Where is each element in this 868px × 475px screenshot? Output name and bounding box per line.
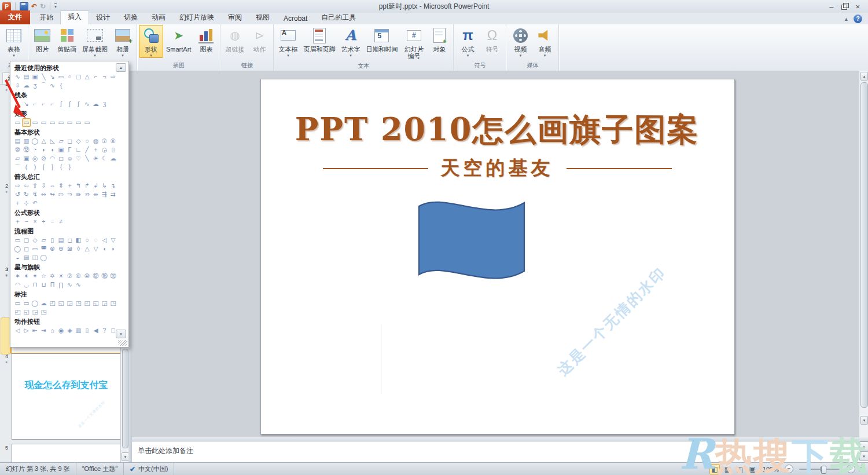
shape-cell[interactable]: ¬	[100, 72, 109, 81]
ribbon-button-equation[interactable]: π公式▾	[455, 25, 480, 58]
shape-cell[interactable]: ↰	[74, 181, 83, 190]
shape-cell[interactable]: ◖	[100, 244, 109, 253]
flag-wave-shape[interactable]	[417, 193, 527, 285]
slide-number-4[interactable]: 4✶	[0, 353, 8, 365]
tab-插入[interactable]: 插入	[60, 10, 89, 24]
shape-cell[interactable]: ▭	[13, 236, 22, 244]
shape-cell[interactable]: ▯	[83, 326, 91, 335]
shape-cell[interactable]: {	[57, 81, 65, 90]
shape-cell[interactable]: ◔	[31, 145, 39, 154]
normal-view-icon[interactable]: ◧	[709, 464, 719, 474]
shape-cell[interactable]: ♡	[74, 154, 83, 163]
shape-cell[interactable]: ⇴	[91, 190, 100, 199]
ribbon-button-wordart[interactable]: A艺术字▾	[338, 25, 363, 58]
canvas-scroll-down-icon[interactable]: ▼	[860, 416, 868, 425]
shape-cell[interactable]: ⑧	[74, 272, 83, 280]
shape-cell[interactable]: ◯	[31, 137, 39, 145]
shape-cell[interactable]: ≠	[57, 217, 65, 226]
shape-cell[interactable]: △	[83, 244, 91, 253]
shape-cell[interactable]: ◧	[74, 236, 83, 244]
shape-cell[interactable]: ∏	[57, 280, 65, 289]
shape-cell[interactable]: ⌐	[91, 72, 100, 81]
shape-cell[interactable]: ×	[31, 217, 39, 226]
tab-自己的工具[interactable]: 自己的工具	[314, 12, 363, 24]
shape-cell[interactable]: ⑧	[109, 137, 117, 145]
shape-cell[interactable]: ▤	[13, 137, 22, 145]
shape-cell[interactable]: ✶	[13, 272, 22, 280]
ribbon-button-smartart[interactable]: ➤SmartArt	[163, 25, 194, 53]
shape-cell[interactable]: ◊	[74, 244, 83, 253]
shape-cell[interactable]: ÷	[39, 217, 48, 226]
shape-cell[interactable]: ⑩	[13, 145, 22, 154]
next-slide-icon[interactable]: ▼	[859, 451, 868, 461]
shape-cell[interactable]: ◌	[91, 236, 100, 244]
shape-cell[interactable]: ◀	[91, 326, 100, 335]
shape-cell[interactable]: ↴	[109, 181, 117, 190]
collapse-ribbon-icon[interactable]: ▲	[844, 16, 849, 22]
shape-cell[interactable]: {	[57, 163, 65, 171]
shape-cell[interactable]: ☁	[109, 154, 117, 163]
tab-文件[interactable]: 文件	[0, 10, 30, 24]
shape-cell[interactable]: ▭	[48, 118, 57, 127]
shape-cell[interactable]: ∟	[74, 145, 83, 154]
shape-cell[interactable]: −	[22, 217, 31, 226]
shape-cell[interactable]: ◱	[57, 299, 65, 308]
shape-cell[interactable]: ↳	[100, 181, 109, 190]
ribbon-button-table[interactable]: 表格▾	[2, 25, 26, 58]
shape-cell[interactable]: ▣	[57, 145, 65, 154]
fit-to-window-icon[interactable]: ⊡	[859, 465, 865, 473]
shape-cell[interactable]: ⑯	[100, 272, 109, 280]
zoom-in-icon[interactable]: +	[847, 465, 855, 473]
canvas-scrollbar-thumb[interactable]	[860, 82, 868, 408]
shape-cell[interactable]: ◁	[100, 236, 109, 244]
shape-cell[interactable]: ◎	[31, 154, 39, 163]
shape-cell[interactable]: ◗	[109, 244, 117, 253]
slideshow-view-icon[interactable]: ▣	[748, 465, 756, 474]
close-button[interactable]: ×	[855, 3, 860, 10]
ribbon-button-shapes[interactable]: 形状▾	[139, 25, 163, 58]
shape-cell[interactable]: ⇛	[74, 190, 83, 199]
shape-cell[interactable]: ▯	[48, 236, 57, 244]
shape-cell[interactable]: △	[83, 72, 91, 81]
shape-cell[interactable]: ＋	[13, 217, 22, 226]
tab-视图[interactable]: 视图	[249, 12, 277, 24]
shape-cell[interactable]: ◲	[31, 308, 39, 316]
shape-cell[interactable]: ✦	[31, 272, 39, 280]
tab-Acrobat[interactable]: Acrobat	[277, 13, 314, 24]
shape-cell[interactable]: [	[39, 163, 48, 171]
shape-cell[interactable]: Γ	[65, 145, 74, 154]
shape-cell[interactable]: ✡	[48, 272, 57, 280]
menu-scroll-up-icon[interactable]: ▲	[116, 63, 126, 72]
shape-cell[interactable]: ○	[65, 72, 74, 81]
shape-cell[interactable]: ⊕	[57, 244, 65, 253]
shape-cell[interactable]: ↭	[39, 190, 48, 199]
tab-切换[interactable]: 切换	[117, 12, 145, 24]
shape-cell[interactable]: ⇩	[39, 181, 48, 190]
ribbon-button-textbox[interactable]: 文本框▾	[275, 25, 300, 58]
shape-cell[interactable]: ☁	[39, 299, 48, 308]
zoom-out-icon[interactable]: −	[785, 465, 793, 473]
shape-cell[interactable]: ＝	[48, 217, 57, 226]
ribbon-button-headerfooter[interactable]: 页眉和页脚	[300, 25, 338, 53]
shape-cell[interactable]: ▯	[109, 145, 117, 154]
shape-cell[interactable]: ▭	[57, 118, 65, 127]
shape-cell[interactable]: ◻	[57, 154, 65, 163]
shape-cell[interactable]: ◈	[65, 326, 74, 335]
shape-cell[interactable]: ╲	[83, 154, 91, 163]
save-icon[interactable]	[20, 2, 28, 10]
shape-cell[interactable]: ◡	[22, 280, 31, 289]
shape-cell[interactable]: ◳	[74, 299, 83, 308]
ribbon-button-screenshot[interactable]: 屏幕截图▾	[79, 25, 111, 58]
ribbon-button-slidenumber[interactable]: 幻灯片编号	[400, 25, 427, 60]
shape-cell[interactable]: ◯	[13, 244, 22, 253]
shape-cell[interactable]: ↻	[22, 190, 31, 199]
previous-slide-icon[interactable]: ▲	[859, 441, 868, 451]
shape-cell[interactable]: ?	[100, 326, 109, 335]
shape-cell[interactable]: ↯	[31, 190, 39, 199]
shape-cell[interactable]: ↘	[48, 72, 57, 81]
shape-cell[interactable]: ⊗	[48, 244, 57, 253]
shape-cell[interactable]: ▢	[74, 72, 83, 81]
shape-cell[interactable]: ○	[83, 236, 91, 244]
shape-cell[interactable]: ◰	[48, 299, 57, 308]
shape-cell[interactable]: ⇧	[31, 181, 39, 190]
